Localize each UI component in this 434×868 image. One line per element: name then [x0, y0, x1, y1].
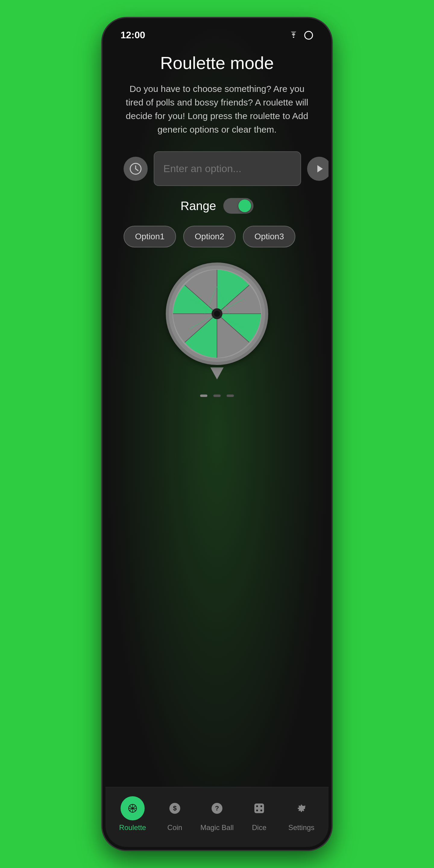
option-input[interactable] [154, 151, 301, 186]
option-chip-1[interactable]: Option1 [124, 226, 176, 247]
nav-icon-dice-wrapper [247, 796, 271, 820]
wheel-svg [172, 269, 262, 359]
status-icons [288, 30, 313, 40]
page-dot-3 [227, 395, 234, 397]
roulette-icon [128, 802, 137, 815]
bottom-nav: Roulette $ Coin ? Magic Ball [105, 787, 329, 847]
coin-icon: $ [168, 802, 181, 815]
nav-label-coin: Coin [167, 824, 182, 832]
range-label: Range [181, 199, 216, 213]
page-description: Do you have to choose something? Are you… [124, 82, 310, 136]
svg-point-39 [256, 809, 258, 811]
svg-point-38 [260, 805, 262, 807]
page-dots [200, 395, 234, 397]
phone-frame: 12:00 Roulette mode Do you have to choos… [102, 18, 332, 850]
svg-line-3 [135, 169, 138, 170]
nav-label-magic-ball: Magic Ball [200, 824, 234, 832]
history-button[interactable] [124, 157, 148, 181]
nav-icon-magic-ball-wrapper: ? [205, 796, 229, 820]
nav-icon-roulette-wrapper [121, 796, 145, 820]
nav-item-magic-ball[interactable]: ? Magic Ball [199, 796, 235, 832]
submit-button[interactable] [307, 157, 329, 181]
svg-point-37 [256, 805, 258, 807]
svg-text:$: $ [173, 804, 177, 812]
wifi-icon [288, 31, 299, 39]
nav-icon-coin-wrapper: $ [163, 796, 187, 820]
roulette-container[interactable] [166, 262, 268, 379]
svg-point-21 [214, 311, 220, 317]
svg-rect-36 [254, 804, 264, 813]
wheel-pointer [210, 367, 224, 379]
range-row: Range [181, 198, 253, 214]
options-row: Option1 Option2 Option3 [124, 226, 296, 247]
nav-label-settings: Settings [288, 824, 315, 832]
nav-item-roulette[interactable]: Roulette [115, 796, 151, 832]
option-chip-2[interactable]: Option2 [183, 226, 236, 247]
status-time: 12:00 [121, 30, 145, 41]
page-title: Roulette mode [160, 53, 274, 73]
nav-item-settings[interactable]: Settings [283, 796, 319, 832]
page-dot-1 [200, 395, 207, 397]
play-icon [313, 162, 326, 176]
nav-icon-settings-wrapper [289, 796, 313, 820]
nav-label-roulette: Roulette [119, 824, 146, 832]
svg-point-31 [132, 807, 133, 809]
status-bar: 12:00 [105, 21, 329, 44]
nav-label-dice: Dice [252, 824, 267, 832]
roulette-wheel[interactable] [166, 262, 268, 365]
page-dot-2 [213, 395, 221, 397]
clock-icon [129, 162, 142, 176]
dice-icon [253, 802, 266, 815]
toggle-thumb [239, 199, 251, 212]
input-row [124, 151, 310, 186]
svg-point-40 [260, 809, 262, 811]
battery-icon [304, 30, 313, 40]
svg-marker-4 [317, 165, 323, 173]
main-content: Roulette mode Do you have to choose some… [105, 44, 329, 787]
nav-item-coin[interactable]: $ Coin [157, 796, 193, 832]
svg-point-0 [305, 31, 313, 39]
settings-icon [295, 802, 308, 815]
magic-ball-icon: ? [210, 802, 224, 815]
option-chip-3[interactable]: Option3 [243, 226, 296, 247]
svg-text:?: ? [215, 804, 219, 812]
nav-item-dice[interactable]: Dice [241, 796, 277, 832]
range-toggle[interactable] [223, 198, 253, 214]
